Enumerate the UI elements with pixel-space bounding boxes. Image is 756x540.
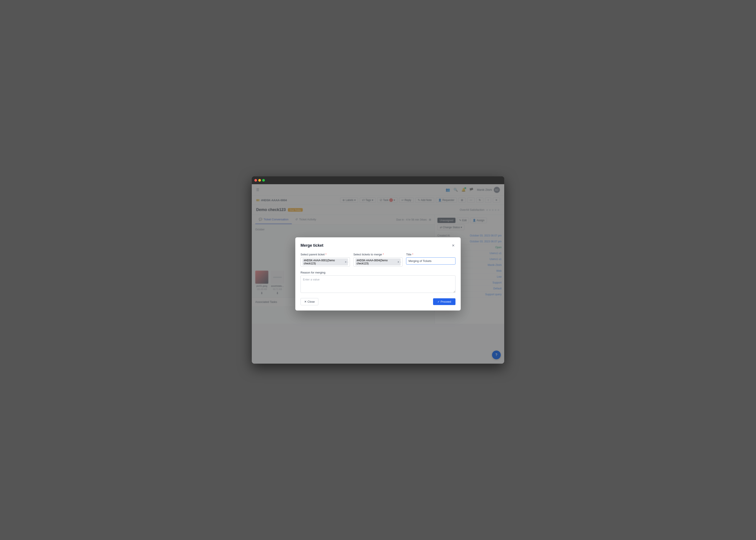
modal-footer: ✕ Close ✓ Proceed: [300, 298, 456, 305]
required-star: *: [325, 253, 326, 256]
close-modal-button[interactable]: ✕ Close: [300, 298, 318, 305]
title-label: Title *: [406, 253, 456, 256]
reason-section: Reason for merging: [300, 271, 456, 294]
close-dot[interactable]: [255, 179, 257, 182]
modal-fields: Select parent ticket * #HDSK-AAAA-0001(D…: [300, 253, 456, 267]
modal-close-button[interactable]: ✕: [451, 242, 456, 248]
title-input[interactable]: [406, 257, 456, 265]
merge-tickets-input[interactable]: #HDSK-AAAA-0004(Demo check123) ✕ ›: [354, 257, 403, 267]
close-x-icon: ✕: [304, 300, 307, 303]
merge-ticket-tag: #HDSK-AAAA-0004(Demo check123) ✕: [355, 258, 401, 265]
merge-dropdown-chevron[interactable]: ›: [400, 261, 401, 263]
parent-ticket-input[interactable]: #HDSK-AAAA-0001(Demo check123) ✕ ›: [300, 257, 350, 267]
merge-tickets-label: Select tickets to merge *: [354, 253, 403, 256]
title-field-group: Title *: [406, 253, 456, 265]
proceed-button[interactable]: ✓ Proceed: [433, 298, 456, 305]
parent-ticket-remove[interactable]: ✕: [345, 261, 347, 263]
merge-ticket-modal: Merge ticket ✕ Select parent ticket * #H…: [295, 237, 461, 311]
modal-overlay: Merge ticket ✕ Select parent ticket * #H…: [252, 184, 504, 364]
required-star-2: *: [383, 253, 384, 256]
parent-ticket-tag: #HDSK-AAAA-0001(Demo check123) ✕: [302, 258, 348, 265]
browser-chrome: [252, 176, 504, 184]
parent-dropdown-chevron[interactable]: ›: [348, 261, 348, 263]
modal-title: Merge ticket: [300, 243, 323, 248]
checkmark-icon: ✓: [437, 300, 440, 303]
required-star-3: *: [412, 253, 413, 256]
modal-header: Merge ticket ✕: [300, 242, 456, 248]
parent-ticket-label: Select parent ticket *: [300, 253, 350, 256]
app-container: ☰ 👥 🔍 🔔 🏴 Manik Zitshi MZ 🎫 #HD: [252, 184, 504, 364]
merge-tickets-field-group: Select tickets to merge * #HDSK-AAAA-000…: [354, 253, 403, 267]
merge-ticket-remove[interactable]: ✕: [397, 261, 399, 263]
maximize-dot[interactable]: [262, 179, 265, 182]
reason-textarea[interactable]: [300, 275, 456, 293]
reason-label: Reason for merging: [300, 271, 456, 274]
minimize-dot[interactable]: [258, 179, 261, 182]
parent-ticket-field-group: Select parent ticket * #HDSK-AAAA-0001(D…: [300, 253, 350, 267]
